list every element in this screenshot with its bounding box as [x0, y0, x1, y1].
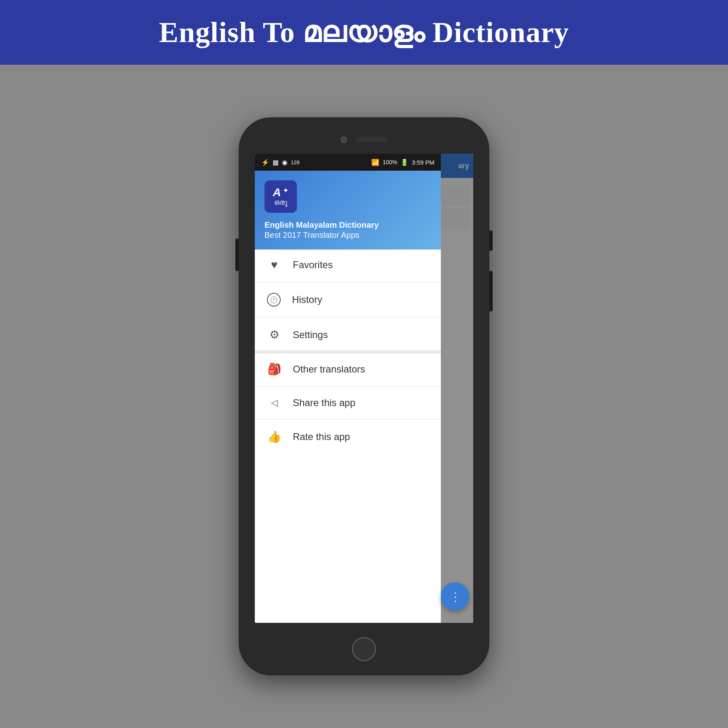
image-icon: ▩	[273, 159, 279, 166]
status-right-info: 📶 100% 🔋 3:59 PM	[371, 159, 434, 166]
status-bar: ⚡ ▩ ◉ 128 📶 100% 🔋 3:59 PM	[255, 154, 441, 171]
menu-group-1: ♥ Favorites 🕐 History ⚙ Settings	[255, 250, 441, 350]
history-label: History	[292, 294, 322, 305]
share-label: Share this app	[293, 397, 356, 408]
volume-button	[235, 239, 239, 271]
phone-device: ary ⚡ ▩	[239, 117, 489, 675]
thumbsup-icon: 👍	[267, 430, 281, 443]
phone-screen: ary ⚡ ▩	[255, 154, 473, 623]
menu-item-settings[interactable]: ⚙ Settings	[255, 319, 441, 350]
banner-title: English To മലയാളം Dictionary	[159, 16, 569, 49]
volume-rocker	[489, 271, 493, 311]
phone-speaker	[355, 137, 387, 142]
phone-bottom	[239, 623, 489, 675]
menu-item-history[interactable]: 🕐 History	[255, 284, 441, 315]
gear-icon: ⚙	[267, 328, 281, 341]
background-area: ary ⚡ ▩	[0, 65, 728, 728]
app-title-line2: Best 2017 Translator Apps	[265, 231, 431, 240]
rate-label: Rate this app	[293, 431, 350, 442]
status-left-icons: ⚡ ▩ ◉ 128	[261, 159, 300, 166]
divider-1	[255, 282, 441, 282]
divider-4	[255, 419, 441, 419]
divider-3	[255, 386, 441, 387]
menu-item-favorites[interactable]: ♥ Favorites	[255, 250, 441, 280]
usb-icon: ⚡	[261, 159, 269, 166]
circle-icon: ◉	[282, 159, 288, 166]
battery-icon: 🔋	[400, 159, 408, 166]
phone-top-area	[239, 117, 489, 154]
divider-2	[255, 317, 441, 317]
heart-icon: ♥	[267, 258, 281, 271]
signal-icon: 📶	[371, 159, 379, 166]
time-display: 3:59 PM	[412, 159, 434, 166]
app-icon-star: ✦	[283, 186, 289, 195]
phone-screen-wrapper: ary ⚡ ▩	[255, 154, 473, 623]
app-icon: A ✦ ഒരു	[265, 180, 297, 213]
fab-button[interactable]: ⋮	[441, 582, 469, 611]
briefcase-icon: 🎒	[267, 362, 281, 376]
top-banner: English To മലയാളം Dictionary	[0, 0, 728, 65]
fab-icon: ⋮	[450, 590, 460, 603]
battery-percent: 100%	[383, 159, 397, 165]
drawer-overlay	[441, 154, 473, 623]
app-title-line1: English Malayalam Dictionary	[265, 219, 431, 231]
navigation-drawer: ⚡ ▩ ◉ 128 📶 100% 🔋 3:59 PM	[255, 154, 441, 623]
clock-icon: 🕐	[267, 293, 281, 307]
app-icon-malayalam: ഒരു	[274, 198, 288, 207]
num-icon: 128	[291, 159, 300, 165]
menu-item-share[interactable]: ◁ Share this app	[255, 388, 441, 417]
section-divider	[255, 350, 441, 353]
menu-item-other-translators[interactable]: 🎒 Other translators	[255, 353, 441, 385]
power-button	[489, 231, 493, 251]
share-icon: ◁	[267, 398, 281, 408]
menu-group-2: 🎒 Other translators ◁ Share this app 👍 R…	[255, 353, 441, 452]
drawer-header: A ✦ ഒരു English Malayalam Dictionary Bes…	[255, 171, 441, 250]
app-icon-letter: A	[273, 187, 281, 198]
home-button[interactable]	[352, 637, 376, 661]
menu-item-rate[interactable]: 👍 Rate this app	[255, 421, 441, 452]
settings-label: Settings	[293, 329, 328, 341]
other-translators-label: Other translators	[293, 364, 365, 375]
front-camera	[341, 136, 347, 143]
favorites-label: Favorites	[293, 259, 333, 271]
